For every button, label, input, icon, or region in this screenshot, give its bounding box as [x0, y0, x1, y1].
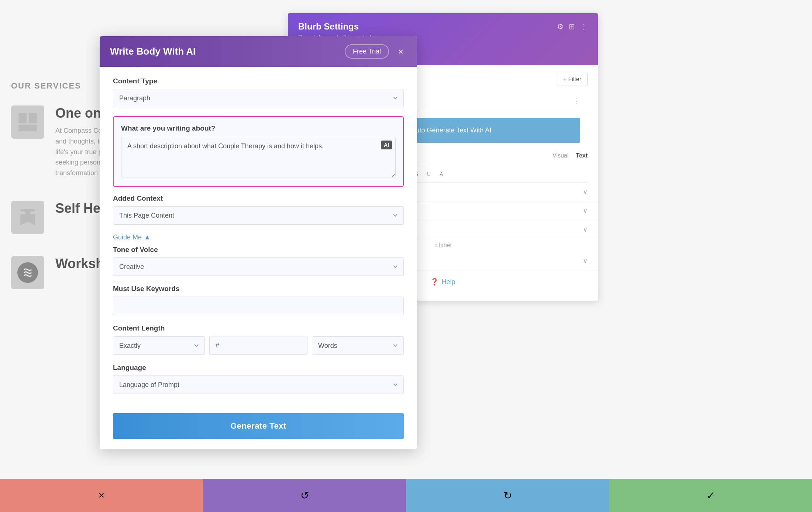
- cancel-icon: ×: [99, 489, 104, 501]
- content-length-unit-select[interactable]: Words Sentences Paragraphs: [312, 336, 404, 355]
- ai-modal-header: Write Body With AI Free Trial ×: [100, 36, 417, 67]
- svg-rect-1: [29, 113, 37, 123]
- collapse-arrow-3: ∨: [583, 207, 588, 215]
- svg-rect-0: [18, 113, 27, 123]
- self-help-icon: [11, 201, 44, 234]
- collapse-arrow-2: ∨: [583, 188, 588, 196]
- undo-icon: ↺: [300, 489, 309, 502]
- content-length-number-input[interactable]: [209, 336, 307, 355]
- undo-button[interactable]: ↺: [203, 479, 406, 512]
- content-type-label: Content Type: [113, 77, 404, 85]
- tone-of-voice-group: Tone of Voice Creative Professional Casu…: [113, 246, 404, 276]
- collapse-arrow-4: ∨: [583, 225, 588, 233]
- bottom-bar: × ↺ ↻ ✓: [0, 479, 812, 512]
- keywords-label: Must Use Keywords: [113, 285, 404, 293]
- one-on-one-icon: [11, 105, 44, 139]
- writing-about-box: What are you writing about? A short desc…: [113, 116, 404, 187]
- more-icon[interactable]: ⋮: [580, 22, 588, 31]
- more-dots-1: ⋮: [574, 97, 580, 105]
- help-circle-icon: ❓: [430, 278, 438, 286]
- filter-button[interactable]: + Filter: [557, 73, 588, 86]
- ai-modal-title: Write Body With AI: [110, 46, 196, 57]
- content-length-label: Content Length: [113, 324, 404, 332]
- layout-icon[interactable]: ⊞: [569, 22, 575, 31]
- added-context-select[interactable]: This Page Content None Custom: [113, 206, 404, 225]
- workshops-icon: [11, 256, 44, 289]
- guide-me-label: Guide Me: [113, 233, 142, 241]
- ai-modal-header-right: Free Trial ×: [345, 44, 407, 59]
- collapse-arrow-5: ∨: [583, 257, 588, 265]
- content-type-group: Content Type Paragraph List Heading: [113, 77, 404, 107]
- added-context-label: Added Context: [113, 194, 404, 203]
- content-length-exactly-select[interactable]: Exactly At Least At Most: [113, 336, 205, 355]
- added-context-group: Added Context This Page Content None Cus…: [113, 194, 404, 225]
- cancel-button[interactable]: ×: [0, 479, 203, 512]
- free-trial-badge: Free Trial: [345, 44, 389, 59]
- auto-generate-label: Auto Generate Text With AI: [412, 127, 492, 134]
- svg-point-4: [25, 209, 31, 215]
- blurb-header-icons: ⚙ ⊞ ⋮: [557, 22, 588, 31]
- fmt-underline-icon[interactable]: U̲: [424, 169, 434, 179]
- visual-tab[interactable]: Visual: [553, 152, 568, 159]
- keywords-group: Must Use Keywords: [113, 285, 404, 315]
- help-label: Help: [441, 278, 455, 286]
- content-length-row: Exactly At Least At Most Words Sentences…: [113, 336, 404, 355]
- guide-me-row: Guide Me ▲: [113, 233, 404, 243]
- writing-about-label: What are you writing about?: [121, 124, 396, 132]
- ai-write-modal: Write Body With AI Free Trial × Content …: [100, 36, 417, 449]
- redo-icon: ↻: [503, 489, 512, 502]
- confirm-button[interactable]: ✓: [609, 479, 812, 512]
- textarea-wrapper: A short description about what Couple Th…: [121, 137, 396, 179]
- content-type-select[interactable]: Paragraph List Heading: [113, 89, 404, 107]
- generate-btn-wrapper: Generate Text: [100, 413, 417, 449]
- close-button[interactable]: ×: [395, 46, 407, 58]
- settings-icon[interactable]: ⚙: [557, 22, 564, 31]
- ai-badge: AI: [381, 141, 392, 149]
- language-group: Language Language of Prompt English Span…: [113, 364, 404, 394]
- guide-me-link[interactable]: Guide Me ▲: [113, 233, 151, 241]
- blurb-title: Blurb Settings: [298, 21, 359, 32]
- blurb-header-top: Blurb Settings ⚙ ⊞ ⋮: [298, 21, 588, 32]
- writing-about-textarea[interactable]: A short description about what Couple Th…: [121, 137, 396, 177]
- fmt-color-icon[interactable]: A: [436, 169, 447, 179]
- guide-me-arrow: ▲: [144, 233, 151, 241]
- language-select[interactable]: Language of Prompt English Spanish Frenc…: [113, 376, 404, 394]
- redo-button[interactable]: ↻: [406, 479, 609, 512]
- language-label: Language: [113, 364, 404, 372]
- content-length-group: Content Length Exactly At Least At Most …: [113, 324, 404, 355]
- keywords-input[interactable]: [113, 297, 404, 315]
- generate-text-button[interactable]: Generate Text: [113, 413, 404, 439]
- confirm-icon: ✓: [706, 489, 715, 502]
- ai-modal-body: Content Type Paragraph List Heading What…: [100, 67, 417, 413]
- text-tab[interactable]: Text: [576, 152, 588, 159]
- svg-rect-2: [18, 125, 37, 131]
- tone-of-voice-label: Tone of Voice: [113, 246, 404, 254]
- tone-of-voice-select[interactable]: Creative Professional Casual Formal: [113, 257, 404, 276]
